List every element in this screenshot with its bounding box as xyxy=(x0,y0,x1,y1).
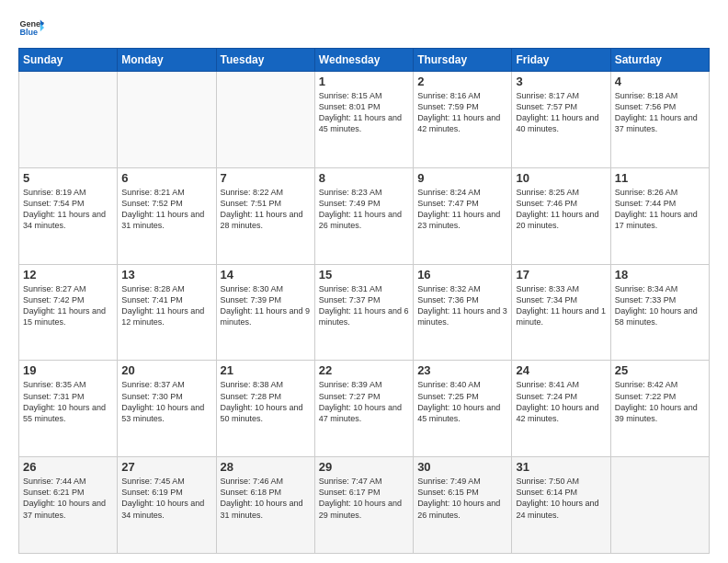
day-cell-27: 27Sunrise: 7:45 AM Sunset: 6:19 PM Dayli… xyxy=(118,457,216,554)
day-number-26: 26 xyxy=(23,460,113,474)
day-number-25: 25 xyxy=(615,363,705,377)
day-number-6: 6 xyxy=(121,171,211,185)
day-cell-9: 9Sunrise: 8:24 AM Sunset: 7:47 PM Daylig… xyxy=(414,167,512,264)
day-number-19: 19 xyxy=(23,363,113,377)
calendar: SundayMondayTuesdayWednesdayThursdayFrid… xyxy=(18,48,710,554)
empty-cell xyxy=(118,72,216,168)
day-cell-20: 20Sunrise: 8:37 AM Sunset: 7:30 PM Dayli… xyxy=(118,361,216,457)
day-info-13: Sunrise: 8:28 AM Sunset: 7:41 PM Dayligh… xyxy=(121,283,211,328)
day-cell-6: 6Sunrise: 8:21 AM Sunset: 7:52 PM Daylig… xyxy=(118,167,216,264)
day-number-12: 12 xyxy=(23,268,113,282)
day-cell-10: 10Sunrise: 8:25 AM Sunset: 7:46 PM Dayli… xyxy=(512,167,610,264)
week-row-2: 5Sunrise: 8:19 AM Sunset: 7:54 PM Daylig… xyxy=(19,167,710,264)
day-info-26: Sunrise: 7:44 AM Sunset: 6:21 PM Dayligh… xyxy=(23,476,113,521)
day-cell-25: 25Sunrise: 8:42 AM Sunset: 7:22 PM Dayli… xyxy=(610,361,709,457)
day-cell-24: 24Sunrise: 8:41 AM Sunset: 7:24 PM Dayli… xyxy=(512,361,610,457)
calendar-body: 1Sunrise: 8:15 AM Sunset: 8:01 PM Daylig… xyxy=(19,72,710,554)
day-cell-31: 31Sunrise: 7:50 AM Sunset: 6:14 PM Dayli… xyxy=(512,457,610,554)
day-info-10: Sunrise: 8:25 AM Sunset: 7:46 PM Dayligh… xyxy=(516,187,606,232)
day-info-28: Sunrise: 7:46 AM Sunset: 6:18 PM Dayligh… xyxy=(221,476,311,521)
day-info-8: Sunrise: 8:23 AM Sunset: 7:49 PM Dayligh… xyxy=(319,187,409,232)
day-number-11: 11 xyxy=(615,171,705,185)
day-number-5: 5 xyxy=(23,171,113,185)
week-row-3: 12Sunrise: 8:27 AM Sunset: 7:42 PM Dayli… xyxy=(19,264,710,361)
day-info-2: Sunrise: 8:16 AM Sunset: 7:59 PM Dayligh… xyxy=(417,90,507,135)
weekday-row: SundayMondayTuesdayWednesdayThursdayFrid… xyxy=(19,49,710,72)
day-info-29: Sunrise: 7:47 AM Sunset: 6:17 PM Dayligh… xyxy=(319,476,409,521)
day-number-14: 14 xyxy=(221,268,311,282)
day-number-7: 7 xyxy=(221,171,311,185)
day-cell-13: 13Sunrise: 8:28 AM Sunset: 7:41 PM Dayli… xyxy=(118,264,216,361)
empty-cell xyxy=(216,72,314,168)
day-number-17: 17 xyxy=(516,268,606,282)
day-cell-3: 3Sunrise: 8:17 AM Sunset: 7:57 PM Daylig… xyxy=(512,72,610,168)
week-row-5: 26Sunrise: 7:44 AM Sunset: 6:21 PM Dayli… xyxy=(19,457,710,554)
day-info-11: Sunrise: 8:26 AM Sunset: 7:44 PM Dayligh… xyxy=(615,187,705,232)
day-cell-23: 23Sunrise: 8:40 AM Sunset: 7:25 PM Dayli… xyxy=(414,361,512,457)
day-info-14: Sunrise: 8:30 AM Sunset: 7:39 PM Dayligh… xyxy=(221,283,311,328)
day-number-8: 8 xyxy=(319,171,409,185)
day-info-16: Sunrise: 8:32 AM Sunset: 7:36 PM Dayligh… xyxy=(417,283,507,328)
day-info-15: Sunrise: 8:31 AM Sunset: 7:37 PM Dayligh… xyxy=(319,283,409,328)
week-row-4: 19Sunrise: 8:35 AM Sunset: 7:31 PM Dayli… xyxy=(19,361,710,457)
day-info-22: Sunrise: 8:39 AM Sunset: 7:27 PM Dayligh… xyxy=(319,379,409,424)
day-number-22: 22 xyxy=(319,363,409,377)
day-info-1: Sunrise: 8:15 AM Sunset: 8:01 PM Dayligh… xyxy=(319,90,409,135)
day-number-3: 3 xyxy=(516,75,606,88)
empty-cell xyxy=(610,457,709,554)
day-number-29: 29 xyxy=(319,460,409,474)
day-cell-18: 18Sunrise: 8:34 AM Sunset: 7:33 PM Dayli… xyxy=(610,264,709,361)
day-cell-2: 2Sunrise: 8:16 AM Sunset: 7:59 PM Daylig… xyxy=(414,72,512,168)
day-info-24: Sunrise: 8:41 AM Sunset: 7:24 PM Dayligh… xyxy=(516,379,606,424)
day-info-18: Sunrise: 8:34 AM Sunset: 7:33 PM Dayligh… xyxy=(615,283,705,328)
day-number-10: 10 xyxy=(516,171,606,185)
day-info-31: Sunrise: 7:50 AM Sunset: 6:14 PM Dayligh… xyxy=(516,476,606,521)
day-info-5: Sunrise: 8:19 AM Sunset: 7:54 PM Dayligh… xyxy=(23,187,113,232)
day-info-20: Sunrise: 8:37 AM Sunset: 7:30 PM Dayligh… xyxy=(121,379,211,424)
calendar-header: SundayMondayTuesdayWednesdayThursdayFrid… xyxy=(19,49,710,72)
day-cell-28: 28Sunrise: 7:46 AM Sunset: 6:18 PM Dayli… xyxy=(216,457,314,554)
day-cell-17: 17Sunrise: 8:33 AM Sunset: 7:34 PM Dayli… xyxy=(512,264,610,361)
day-info-9: Sunrise: 8:24 AM Sunset: 7:47 PM Dayligh… xyxy=(417,187,507,232)
day-number-21: 21 xyxy=(221,363,311,377)
day-cell-29: 29Sunrise: 7:47 AM Sunset: 6:17 PM Dayli… xyxy=(314,457,413,554)
weekday-header-monday: Monday xyxy=(118,49,216,72)
day-cell-4: 4Sunrise: 8:18 AM Sunset: 7:56 PM Daylig… xyxy=(610,72,709,168)
header: General Blue xyxy=(18,15,710,40)
logo: General Blue xyxy=(18,15,48,40)
day-number-18: 18 xyxy=(615,268,705,282)
day-cell-15: 15Sunrise: 8:31 AM Sunset: 7:37 PM Dayli… xyxy=(314,264,413,361)
day-number-23: 23 xyxy=(417,363,507,377)
day-number-27: 27 xyxy=(121,460,211,474)
day-info-3: Sunrise: 8:17 AM Sunset: 7:57 PM Dayligh… xyxy=(516,90,606,135)
day-cell-12: 12Sunrise: 8:27 AM Sunset: 7:42 PM Dayli… xyxy=(19,264,118,361)
weekday-header-friday: Friday xyxy=(512,49,610,72)
day-info-21: Sunrise: 8:38 AM Sunset: 7:28 PM Dayligh… xyxy=(221,379,311,424)
weekday-header-saturday: Saturday xyxy=(610,49,709,72)
svg-text:Blue: Blue xyxy=(19,28,38,37)
day-cell-19: 19Sunrise: 8:35 AM Sunset: 7:31 PM Dayli… xyxy=(19,361,118,457)
page: General Blue SundayMondayTuesdayWednesda… xyxy=(0,0,728,563)
weekday-header-sunday: Sunday xyxy=(19,49,118,72)
week-row-1: 1Sunrise: 8:15 AM Sunset: 8:01 PM Daylig… xyxy=(19,72,710,168)
weekday-header-tuesday: Tuesday xyxy=(216,49,314,72)
empty-cell xyxy=(19,72,118,168)
day-cell-22: 22Sunrise: 8:39 AM Sunset: 7:27 PM Dayli… xyxy=(314,361,413,457)
day-info-17: Sunrise: 8:33 AM Sunset: 7:34 PM Dayligh… xyxy=(516,283,606,328)
day-info-25: Sunrise: 8:42 AM Sunset: 7:22 PM Dayligh… xyxy=(615,379,705,424)
weekday-header-thursday: Thursday xyxy=(414,49,512,72)
day-cell-14: 14Sunrise: 8:30 AM Sunset: 7:39 PM Dayli… xyxy=(216,264,314,361)
day-number-9: 9 xyxy=(417,171,507,185)
day-cell-8: 8Sunrise: 8:23 AM Sunset: 7:49 PM Daylig… xyxy=(314,167,413,264)
day-cell-21: 21Sunrise: 8:38 AM Sunset: 7:28 PM Dayli… xyxy=(216,361,314,457)
day-info-19: Sunrise: 8:35 AM Sunset: 7:31 PM Dayligh… xyxy=(23,379,113,424)
day-number-16: 16 xyxy=(417,268,507,282)
day-cell-7: 7Sunrise: 8:22 AM Sunset: 7:51 PM Daylig… xyxy=(216,167,314,264)
day-cell-11: 11Sunrise: 8:26 AM Sunset: 7:44 PM Dayli… xyxy=(610,167,709,264)
day-number-1: 1 xyxy=(319,75,409,88)
day-cell-26: 26Sunrise: 7:44 AM Sunset: 6:21 PM Dayli… xyxy=(19,457,118,554)
day-info-23: Sunrise: 8:40 AM Sunset: 7:25 PM Dayligh… xyxy=(417,379,507,424)
day-number-20: 20 xyxy=(121,363,211,377)
day-info-6: Sunrise: 8:21 AM Sunset: 7:52 PM Dayligh… xyxy=(121,187,211,232)
day-number-15: 15 xyxy=(319,268,409,282)
